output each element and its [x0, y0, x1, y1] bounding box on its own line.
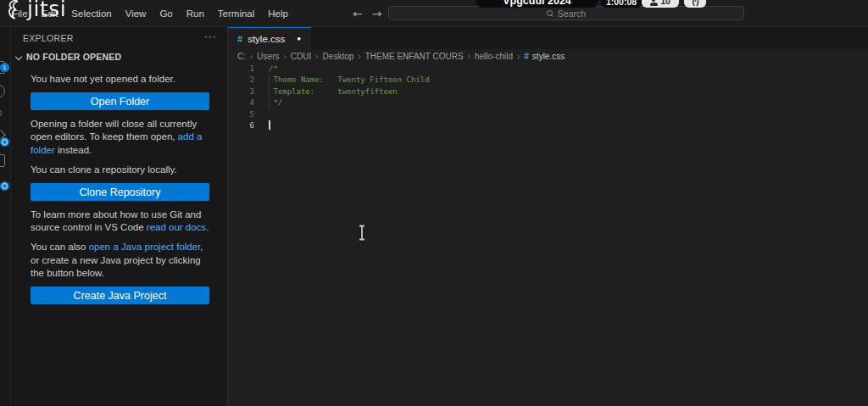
- breadcrumb-file[interactable]: style.css: [532, 52, 565, 61]
- clone-repository-button[interactable]: Clone Repository: [31, 183, 209, 201]
- explorer-header: EXPLORER ···: [11, 27, 227, 49]
- line-number: 5: [228, 109, 254, 120]
- editor-group: # style.css ● C:›Users›CDUI›Desktop›THEM…: [228, 27, 868, 406]
- menu-selection[interactable]: Selection: [64, 8, 118, 19]
- tab-bar: # style.css ●: [228, 27, 868, 49]
- breadcrumb-item[interactable]: CDUI: [291, 52, 311, 61]
- meeting-title-pill: Vpgcdui 2024: [476, 0, 598, 8]
- line-text: /*: [254, 64, 278, 75]
- menu-help[interactable]: Help: [261, 8, 295, 19]
- code-line[interactable]: 6: [228, 120, 868, 131]
- no-folder-text: You have not yet opened a folder.: [31, 73, 209, 86]
- menu-file[interactable]: File: [5, 8, 35, 19]
- breadcrumb-separator-icon: ›: [315, 52, 318, 61]
- more-actions-icon[interactable]: ···: [204, 31, 217, 42]
- participant-count: 10: [660, 0, 670, 6]
- indent-guide: [269, 75, 270, 109]
- opening-text-after: instead.: [55, 145, 92, 155]
- extensions-icon[interactable]: [0, 154, 5, 167]
- search-icon: [547, 10, 554, 17]
- breadcrumb-separator-icon: ›: [517, 52, 520, 61]
- code-line[interactable]: 5: [228, 109, 868, 120]
- vscode-window: FileEditSelectionViewGoRunTerminalHelp ←…: [0, 0, 868, 406]
- chevron-down-icon: [14, 53, 23, 61]
- remote-badge-icon: [0, 181, 9, 191]
- create-java-project-button[interactable]: Create Java Project: [31, 286, 209, 304]
- explorer-title: EXPLORER: [23, 33, 74, 43]
- opening-folder-text: Opening a folder will close all currentl…: [31, 118, 209, 157]
- meeting-timer-pill: 1:00:08: [601, 0, 642, 8]
- line-number: 6: [228, 120, 254, 131]
- participants-button[interactable]: 10: [642, 0, 679, 8]
- line-text: [254, 109, 269, 120]
- back-arrow-icon[interactable]: ←: [353, 7, 363, 20]
- breadcrumb-item[interactable]: Users: [257, 52, 279, 61]
- clone-text: You can clone a repository locally.: [31, 164, 209, 176]
- participants-icon: [650, 0, 658, 6]
- menu-bar: FileEditSelectionViewGoRunTerminalHelp: [5, 0, 295, 27]
- extensions-badge-icon: [0, 137, 9, 147]
- search-placeholder: Search: [558, 8, 586, 19]
- modified-dot-icon[interactable]: ●: [297, 35, 301, 42]
- opening-text-before: Opening a folder will close all currentl…: [31, 119, 197, 142]
- java-project-text: You can also open a Java project folder,…: [31, 241, 209, 280]
- menu-edit[interactable]: Edit: [35, 8, 65, 19]
- open-java-project-link[interactable]: open a Java project folder: [89, 242, 201, 252]
- open-folder-button[interactable]: Open Folder: [31, 92, 209, 110]
- read-our-docs-link[interactable]: read our docs: [147, 222, 206, 232]
- explorer-sidebar: EXPLORER ··· NO FOLDER OPENED You have n…: [11, 27, 228, 406]
- source-control-icon[interactable]: [0, 108, 2, 118]
- breadcrumb-separator-icon: ›: [283, 52, 286, 61]
- breadcrumb: C:›Users›CDUI›Desktop›THEME ENFANT COURS…: [228, 49, 868, 64]
- line-number: 1: [228, 64, 254, 75]
- forward-arrow-icon[interactable]: →: [372, 7, 382, 20]
- menu-run[interactable]: Run: [180, 8, 211, 19]
- css-file-icon: #: [524, 52, 529, 61]
- search-view-icon[interactable]: [0, 85, 5, 97]
- line-number: 4: [228, 97, 254, 108]
- code-line[interactable]: 3 Template: twentyfifteen: [228, 86, 868, 97]
- menu-view[interactable]: View: [119, 8, 153, 19]
- code-line[interactable]: 2 Theme Name: Twenty Fifteen Child: [228, 75, 868, 86]
- meeting-title: Vpgcdui 2024: [503, 0, 571, 7]
- overlay-misc-button[interactable]: (·): [684, 0, 706, 8]
- section-no-folder-opened[interactable]: NO FOLDER OPENED: [11, 49, 227, 64]
- code-line[interactable]: 4 */: [228, 97, 868, 108]
- overlay-misc-icon: (·): [693, 0, 698, 6]
- code-editor[interactable]: 1/*2 Theme Name: Twenty Fifteen Child3 T…: [228, 64, 868, 406]
- line-number: 2: [228, 75, 254, 86]
- title-bar: FileEditSelectionViewGoRunTerminalHelp ←…: [0, 0, 868, 27]
- line-text: Template: twentyfifteen: [254, 86, 398, 97]
- breadcrumb-item[interactable]: THEME ENFANT COURS: [365, 52, 464, 61]
- menu-go[interactable]: Go: [153, 8, 179, 19]
- command-search-input[interactable]: Search: [388, 6, 744, 20]
- line-text: Theme Name: Twenty Fifteen Child: [254, 75, 430, 86]
- code-line[interactable]: 1/*: [228, 64, 868, 75]
- explorer-welcome-content: You have not yet opened a folder. Open F…: [31, 68, 209, 312]
- meeting-timer: 1:00:08: [606, 0, 637, 7]
- css-file-icon: #: [237, 34, 242, 44]
- java-text-before: You can also: [31, 242, 89, 252]
- breadcrumb-separator-icon: ›: [468, 52, 470, 61]
- section-label: NO FOLDER OPENED: [26, 52, 121, 62]
- line-number: 3: [228, 86, 254, 97]
- breadcrumb-item[interactable]: C:: [237, 52, 246, 61]
- breadcrumb-item[interactable]: hello-child: [475, 52, 513, 61]
- tab-style-css[interactable]: # style.css ●: [228, 27, 311, 49]
- history-nav: ← →: [353, 0, 381, 27]
- breadcrumb-separator-icon: ›: [358, 52, 360, 61]
- text-caret: [269, 120, 270, 130]
- breadcrumb-separator-icon: ›: [250, 52, 253, 61]
- tab-label: style.css: [248, 34, 285, 44]
- line-text: [254, 120, 270, 131]
- breadcrumb-item[interactable]: Desktop: [323, 52, 354, 61]
- activity-bar: 1: [0, 27, 11, 406]
- menu-terminal[interactable]: Terminal: [211, 8, 261, 19]
- git-text-after: .: [206, 222, 209, 232]
- git-docs-text: To learn more about how to use Git and s…: [31, 209, 209, 234]
- explorer-badge: 1: [0, 63, 9, 72]
